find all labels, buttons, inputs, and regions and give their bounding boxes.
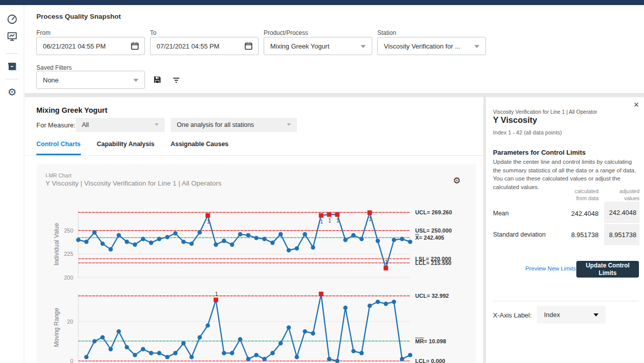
data-point xyxy=(133,243,137,247)
data-point xyxy=(400,357,405,361)
data-point xyxy=(149,351,154,355)
from-label: From xyxy=(36,29,51,36)
data-point xyxy=(133,353,137,357)
data-point xyxy=(117,233,121,238)
tab-assignable-causes[interactable]: Assignable Causes xyxy=(171,141,229,155)
top-navy-bar xyxy=(0,0,644,5)
limit-label: X= 242.405 xyxy=(415,235,444,241)
panel-divider xyxy=(493,301,638,301)
mean-calculated-value: 242.4048 xyxy=(558,210,599,217)
adjusted-column-header: adjusted values xyxy=(606,188,639,202)
data-point xyxy=(173,231,178,236)
chevron-down-icon xyxy=(133,79,138,82)
saved-filters-value: None xyxy=(43,76,59,84)
measure-dropdown[interactable]: All xyxy=(76,118,165,132)
individuals-chart[interactable]: 200225250111111Individual ValueUCL= 269.… xyxy=(51,204,483,287)
app-window: ⚙ Process Quality Snapshot From To Produ… xyxy=(0,0,644,363)
calendar-icon[interactable] xyxy=(131,42,139,50)
imr-chart-card: I-MR Chart Y Viscosity | Viscosity Verif… xyxy=(36,164,476,363)
svg-text:20: 20 xyxy=(67,319,73,325)
mean-adjusted-input[interactable]: 242.4048 xyxy=(604,202,639,223)
saved-filters-label: Saved Filters xyxy=(36,64,72,71)
data-point xyxy=(278,232,283,237)
data-point xyxy=(149,241,154,245)
x-axis-label: X-Axis Label: xyxy=(493,311,532,319)
svg-text:225: 225 xyxy=(64,251,73,257)
data-point xyxy=(125,345,129,349)
out-of-control-point xyxy=(214,298,218,302)
dashboard-gauge-icon[interactable] xyxy=(7,14,18,25)
data-point xyxy=(238,232,242,237)
chevron-down-icon xyxy=(287,123,291,126)
data-point xyxy=(254,236,259,241)
data-point xyxy=(222,351,226,355)
settings-gear-icon[interactable]: ⚙ xyxy=(7,86,18,98)
parameters-section-title: Parameters for Control Limits xyxy=(493,149,586,156)
panel-breadcrumb: Viscosity Verification for Line 1 | All … xyxy=(493,109,597,115)
calendar-icon[interactable] xyxy=(244,42,253,50)
data-point xyxy=(376,300,380,304)
data-point xyxy=(189,355,194,359)
save-filter-icon[interactable] xyxy=(153,75,163,85)
out-of-control-point xyxy=(319,292,323,296)
archive-box-icon[interactable] xyxy=(7,61,18,72)
filter-section: Process Quality Snapshot From To Product… xyxy=(25,5,644,93)
data-point xyxy=(246,357,251,361)
product-process-label: Product/Process xyxy=(264,29,308,36)
data-point xyxy=(286,248,291,253)
analysis-dropdown[interactable]: One analysis for all stations xyxy=(171,118,297,132)
tab-control-charts[interactable]: Control Charts xyxy=(36,141,81,155)
svg-text:250: 250 xyxy=(64,228,73,234)
calculated-column-header: calculated from data xyxy=(563,188,599,202)
chevron-down-icon xyxy=(474,45,479,48)
measure-value: All xyxy=(82,121,89,128)
data-point xyxy=(262,357,267,361)
to-date-input[interactable] xyxy=(150,37,259,55)
limit-label: UCL= 269.260 xyxy=(415,209,452,215)
tab-divider xyxy=(25,155,483,156)
data-point xyxy=(181,240,186,244)
filter-icon[interactable] xyxy=(172,76,182,86)
update-control-limits-button[interactable]: Update Control Limits xyxy=(576,261,639,278)
out-of-control-point xyxy=(367,210,372,215)
out-of-control-point xyxy=(319,213,323,218)
monitor-chart-icon[interactable] xyxy=(7,31,18,42)
chevron-down-icon xyxy=(593,313,599,316)
x-axis-dropdown[interactable]: Index xyxy=(537,306,606,324)
saved-filters-dropdown[interactable]: None xyxy=(36,71,145,89)
data-point xyxy=(335,359,339,363)
data-point xyxy=(238,337,242,342)
station-dropdown[interactable]: Viscosity Verification for ... xyxy=(377,37,486,55)
data-point xyxy=(206,323,210,328)
moving-range-chart[interactable]: 02011Moving RangeUCL= 32.992MR= 10.098LC… xyxy=(51,290,483,363)
out-of-control-point xyxy=(206,213,210,218)
data-point xyxy=(392,238,397,242)
close-icon[interactable]: × xyxy=(633,100,639,109)
limit-label: MR= 10.098 xyxy=(415,338,446,344)
data-point xyxy=(352,349,356,353)
stdev-adjusted-input[interactable]: 8.951738 xyxy=(604,224,639,245)
from-date-input[interactable] xyxy=(36,37,145,55)
tab-capability-analysis[interactable]: Capability Analysis xyxy=(97,141,155,155)
data-point xyxy=(408,353,413,357)
limit-label: LCL= 0.000 xyxy=(415,358,445,363)
chart-settings-gear-icon[interactable]: ⚙ xyxy=(453,176,461,185)
svg-text:1: 1 xyxy=(328,218,331,223)
svg-text:1: 1 xyxy=(336,218,339,223)
data-point xyxy=(141,347,145,351)
data-point xyxy=(117,329,121,334)
svg-text:1: 1 xyxy=(320,219,323,224)
product-process-dropdown[interactable]: Mixing Greek Yogurt xyxy=(264,37,372,55)
data-point xyxy=(197,230,202,235)
data-point xyxy=(368,303,372,308)
svg-text:200: 200 xyxy=(64,275,73,281)
data-point xyxy=(76,238,81,242)
data-point xyxy=(157,351,162,355)
data-point xyxy=(286,325,291,330)
from-field xyxy=(36,37,145,55)
svg-text:1: 1 xyxy=(320,290,323,291)
for-measure-label: For Measure: xyxy=(36,121,75,129)
to-label: To xyxy=(150,29,157,36)
out-of-control-point xyxy=(383,266,388,270)
preview-new-limits-link[interactable]: Preview New Limits xyxy=(525,265,576,271)
